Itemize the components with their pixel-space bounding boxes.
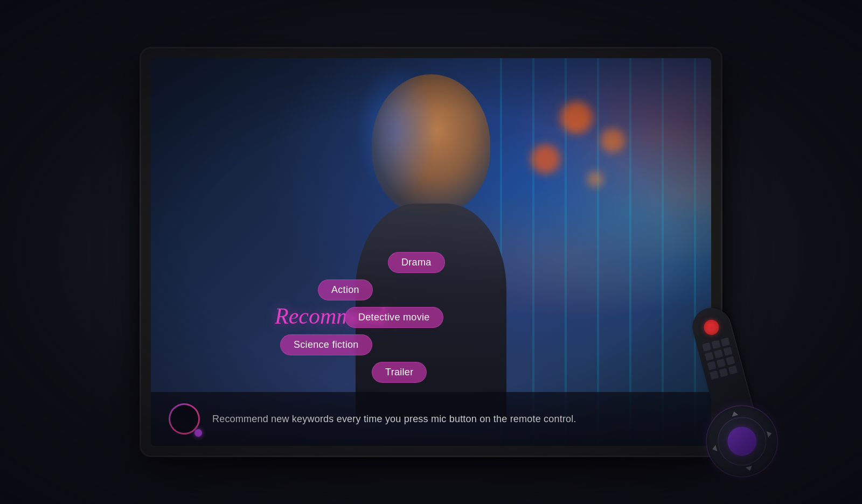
genre-tag-trailer[interactable]: Trailer (372, 362, 427, 383)
remote-button[interactable] (714, 349, 723, 359)
bottom-bar: Recommend new keywords every time you pr… (151, 392, 711, 446)
remote-button[interactable] (711, 340, 720, 349)
ui-overlay: Recommend Drama Action Detective movie S… (151, 58, 711, 446)
scifi-row: Science fiction (280, 334, 571, 355)
genre-tag-action[interactable]: Action (318, 279, 373, 300)
bottom-message: Recommend new keywords every time you pr… (212, 414, 576, 425)
action-row: Action (318, 279, 571, 300)
genre-tag-scifi[interactable]: Science fiction (280, 334, 372, 355)
detective-row: Detective movie (345, 307, 571, 328)
remote-button[interactable] (710, 370, 719, 380)
remote-button[interactable] (702, 342, 711, 352)
voice-assistant-icon (167, 402, 201, 436)
tv-container: Recommend Drama Action Detective movie S… (151, 58, 711, 446)
remote-button[interactable] (726, 356, 735, 365)
remote-navigation-ring[interactable] (699, 398, 785, 484)
remote-button[interactable] (724, 347, 733, 356)
remote-button[interactable] (728, 366, 738, 375)
genre-tags-area: Drama Action Detective movie Science fic… (269, 252, 571, 389)
tv-screen: Recommend Drama Action Detective movie S… (151, 58, 711, 446)
genre-tag-detective[interactable]: Detective movie (345, 307, 443, 328)
remote-button[interactable] (717, 359, 726, 368)
remote-button[interactable] (705, 352, 714, 361)
remote-button[interactable] (719, 368, 728, 377)
drama-row: Drama (388, 252, 571, 273)
trailer-row: Trailer (372, 362, 571, 383)
remote-button[interactable] (721, 338, 730, 347)
genre-tag-drama[interactable]: Drama (388, 252, 445, 273)
remote-buttons-group (699, 337, 740, 380)
voice-dot (194, 429, 202, 437)
remote-power-button[interactable] (702, 318, 720, 337)
remote-button[interactable] (707, 361, 716, 370)
